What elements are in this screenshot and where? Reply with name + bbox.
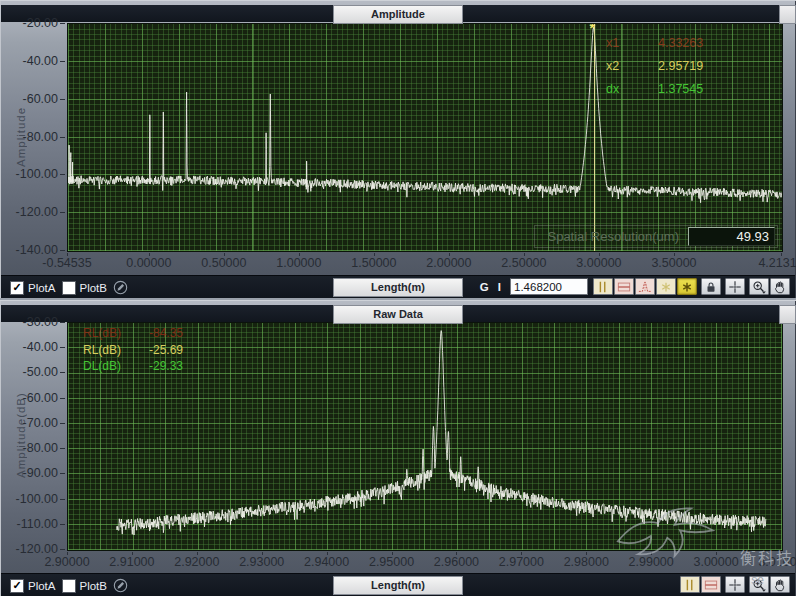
y-axis-ticks: -30.00-40.00-50.00-60.00-70.00-80.00-90.…	[0, 322, 67, 549]
tab-amplitude[interactable]: Amplitude	[333, 5, 463, 24]
plota-checkbox-box[interactable]	[10, 281, 24, 295]
group-index-input[interactable]	[510, 278, 588, 295]
y-tick-label: -40.00	[23, 54, 58, 68]
band-marker-icon[interactable]	[701, 576, 721, 593]
x-tick-label: 1.50000	[351, 256, 396, 270]
y-tick-label: -70.00	[23, 416, 58, 430]
y-tick-label: -100.00	[16, 492, 58, 506]
plota-label: PlotA	[28, 580, 56, 592]
footer-toolbar: PlotA PlotB Length(m)	[1, 573, 795, 596]
y-tick-label: -110.00	[17, 517, 58, 531]
marker-dim-icon[interactable]	[656, 278, 676, 295]
plot-area[interactable]: x14.33263x22.95719dx1.37545 Spatial Reso…	[67, 23, 783, 252]
x-tick-label: 2.97000	[499, 555, 544, 569]
cursor-line[interactable]	[594, 24, 595, 251]
y-tick-label: -60.00	[23, 391, 58, 405]
plot-toggles: PlotA PlotB	[10, 578, 128, 593]
x-axis-ticks: -0.545350.000000.500001.000001.500002.00…	[0, 253, 796, 270]
plota-checkbox[interactable]: PlotA	[10, 579, 56, 593]
toolbar-right: G I	[480, 278, 790, 295]
zoom-in-icon[interactable]	[749, 278, 769, 295]
y-tick-label: -60.00	[23, 92, 58, 106]
cursor-star-icon	[590, 23, 595, 36]
plotb-checkbox-box[interactable]	[62, 579, 76, 593]
legend-row: RL(dB)-25.69	[83, 342, 183, 359]
x-tick-label: 1.00000	[276, 256, 321, 270]
tab-length-bottom[interactable]: Length(m)	[333, 576, 463, 595]
y-tick-label: -80.00	[23, 130, 58, 144]
y-tick-label: -30.00	[23, 315, 58, 329]
zoom-in-icon[interactable]	[749, 576, 769, 593]
cursor-readout: x14.33263x22.95719dx1.37545	[606, 31, 703, 100]
x-tick-label: 3.01000	[758, 555, 796, 569]
measurement-legend: RL(dB)-84.35RL(dB)-25.69DL(dB)-29.33	[83, 325, 183, 375]
crosshair-icon[interactable]	[725, 278, 745, 295]
x-tick-label: 3.00000	[693, 555, 738, 569]
spatial-resolution-value: 49.93	[688, 227, 775, 246]
x-tick-label: 0.00000	[126, 256, 171, 270]
x-tick-label: 2.92000	[174, 555, 219, 569]
x-tick-label: 2.96000	[434, 555, 479, 569]
partial-tab[interactable]	[779, 5, 796, 24]
toolbar-right	[679, 576, 790, 593]
panel-raw-data: Raw Data Amplitude(dB) -30.00-40.00-50.0…	[0, 300, 796, 596]
y-tick-label: -20.00	[23, 16, 58, 30]
panel-amplitude: Amplitude Amplitude -20.00-40.00-60.00-8…	[0, 0, 796, 298]
star-marker-icon[interactable]	[677, 278, 697, 295]
crosshair-icon[interactable]	[725, 576, 745, 593]
plotb-checkbox-box[interactable]	[62, 281, 76, 295]
tab-length-top[interactable]: Length(m)	[333, 278, 463, 297]
x-tick-label: 4.21318	[758, 256, 796, 270]
plot-toggles: PlotA PlotB	[10, 280, 128, 295]
plot-area[interactable]: RL(dB)-84.35RL(dB)-25.69DL(dB)-29.33	[67, 322, 783, 551]
plotb-checkbox[interactable]: PlotB	[62, 579, 108, 593]
y-tick-label: -90.00	[23, 466, 58, 480]
y-tick-label: -100.00	[16, 167, 58, 181]
y-tick-label: -120.00	[16, 205, 58, 219]
legend-row: DL(dB)-29.33	[83, 358, 183, 375]
readout-row: dx1.37545	[606, 77, 703, 100]
x-tick-label: 2.50000	[501, 256, 546, 270]
y-tick-label: -40.00	[23, 340, 58, 354]
plotb-label: PlotB	[80, 282, 108, 294]
toolbar-icons	[679, 576, 790, 593]
group-index-label: G I	[480, 281, 504, 293]
app-window: Amplitude Amplitude -20.00-40.00-60.00-8…	[0, 0, 796, 596]
cursor-lines-icon[interactable]	[593, 278, 613, 295]
spatial-resolution: Spatial Resolution(um) 49.93	[534, 225, 778, 248]
plotb-label: PlotB	[80, 580, 108, 592]
y-tick-label: -50.00	[23, 365, 58, 379]
y-axis-ticks: -20.00-40.00-60.00-80.00-100.00-120.00-1…	[0, 23, 67, 250]
y-tick-label: -80.00	[23, 441, 58, 455]
x-axis-ticks: 2.900002.910002.920002.930002.940002.950…	[0, 552, 796, 569]
footer-toolbar: PlotA PlotB Length(m) G I	[1, 275, 795, 298]
spatial-resolution-label: Spatial Resolution(um)	[547, 229, 679, 244]
edit-pencil-icon[interactable]	[113, 578, 128, 593]
toolbar-icons	[592, 278, 790, 295]
plota-checkbox[interactable]: PlotA	[10, 281, 56, 295]
tab-raw-data[interactable]: Raw Data	[333, 305, 463, 324]
plotb-checkbox[interactable]: PlotB	[62, 281, 108, 295]
legend-row: RL(dB)-84.35	[83, 325, 183, 342]
x-tick-label: 2.00000	[426, 256, 471, 270]
x-tick-label: 2.90000	[44, 555, 89, 569]
lock-icon[interactable]	[701, 278, 721, 295]
pan-hand-icon[interactable]	[770, 576, 790, 593]
band-marker-icon[interactable]	[614, 278, 634, 295]
x-tick-label: 2.94000	[304, 555, 349, 569]
pan-hand-icon[interactable]	[770, 278, 790, 295]
plota-checkbox-box[interactable]	[10, 579, 24, 593]
x-tick-label: 3.00000	[576, 256, 621, 270]
x-tick-label: -0.54535	[42, 256, 91, 270]
peak-marker-icon[interactable]	[635, 278, 655, 295]
x-tick-label: 0.50000	[201, 256, 246, 270]
partial-tab[interactable]	[779, 305, 796, 324]
edit-pencil-icon[interactable]	[113, 280, 128, 295]
x-tick-label: 2.95000	[369, 555, 414, 569]
cursor-lines-icon[interactable]	[680, 576, 700, 593]
x-tick-label: 2.98000	[564, 555, 609, 569]
x-tick-label: 2.91000	[109, 555, 154, 569]
plota-label: PlotA	[28, 282, 56, 294]
x-tick-label: 3.50000	[651, 256, 696, 270]
x-tick-label: 2.99000	[629, 555, 674, 569]
